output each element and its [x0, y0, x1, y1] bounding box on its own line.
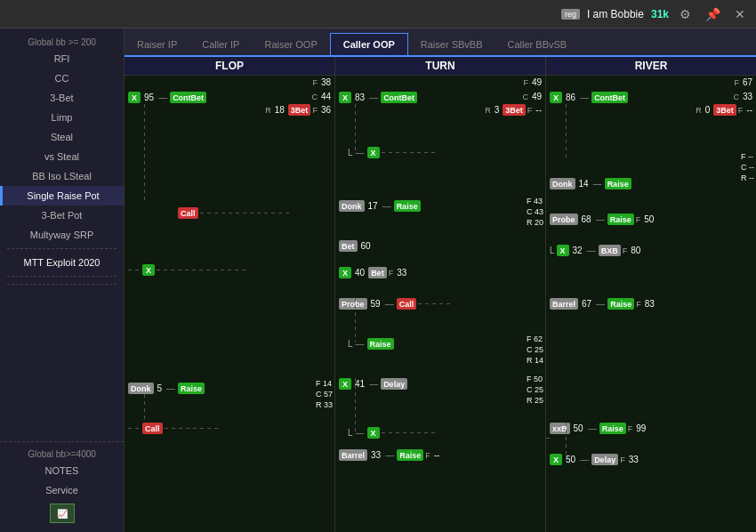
sidebar-item-srp[interactable]: Single Raise Pot	[0, 186, 124, 206]
hline-turn-x2	[382, 432, 435, 433]
river-x32-badge: X	[557, 245, 569, 256]
turn-x40-badge: X	[339, 267, 351, 278]
turn-fcr-raise: F 62 C 25 R 14	[527, 334, 543, 366]
flop-r-3bet-row: R 18 3Bet F 36	[265, 104, 333, 116]
call-badge-b: Call	[142, 423, 163, 434]
vline-donk	[144, 394, 145, 421]
turn-donk-row: Donk 17 — Raise	[339, 200, 421, 212]
river-vline-1	[566, 104, 567, 157]
hline-call-b2	[165, 428, 218, 429]
turn-barrel-row: Barrel 33 — Raise F --	[339, 449, 441, 461]
tab-caller-bbvsb[interactable]: Caller BBvSB	[495, 33, 580, 55]
river-body: F 67 X 86 — ContBet C 33	[546, 76, 756, 532]
tab-raiser-ip[interactable]: Raiser IP	[125, 33, 189, 55]
hline-call-b	[128, 428, 141, 429]
turn-l-x2: L — X	[348, 427, 435, 439]
turn-vline-1	[355, 104, 356, 153]
reg-badge: reg	[561, 9, 580, 20]
sidebar-item-mtt[interactable]: MTT Exploit 2020	[0, 253, 124, 272]
flop-header: FLOP	[125, 57, 334, 76]
river-c33: C 33	[733, 92, 754, 101]
pin-button[interactable]: 📌	[702, 5, 724, 23]
river-vline-2	[566, 423, 567, 458]
hline-probe	[418, 303, 454, 304]
turn-x40-bet: X 40 Bet F 33	[339, 267, 408, 278]
tab-raiser-oop[interactable]: Raiser OOP	[252, 33, 329, 55]
topbar: reg I am Bobbie 31k ⚙ 📌 ✕	[0, 0, 756, 28]
river-raise3-badge: Raise	[607, 298, 634, 310]
turn-barrel-badge: Barrel	[339, 449, 367, 461]
flop-body: F 38 X 95 — ContBet C 4	[125, 76, 334, 532]
call-badge: Call	[178, 207, 198, 219]
river-x-badge: X	[550, 92, 562, 103]
turn-x-badge: X	[339, 92, 351, 103]
turn-probe-row: Probe 59 — Call	[339, 298, 454, 310]
close-button[interactable]: ✕	[731, 5, 749, 23]
turn-x-l: X	[367, 147, 380, 158]
content-area: Raiser IP Caller IP Raiser OOP Caller OO…	[125, 28, 756, 532]
turn-3bet-badge: 3Bet	[503, 104, 526, 116]
donk-badge: Donk	[128, 383, 154, 394]
flop-column: FLOP F 38 X 95 — ContBet	[125, 57, 335, 532]
river-raise4-badge: Raise	[599, 423, 626, 434]
flop-c44: C 44	[311, 92, 333, 101]
sidebar: Global bb >= 200 RFI CC 3-Bet Limp Steal…	[0, 28, 125, 532]
river-column: RIVER F 67 X 86 — ContBet	[546, 57, 756, 532]
river-xxb-badge: xxB	[550, 423, 570, 434]
turn-raise2-badge: Raise	[367, 338, 394, 350]
tab-raiser-sbvbb[interactable]: Raiser SBvBB	[408, 33, 495, 55]
river-x32-bxb: L X 32 — BXB F 80	[550, 245, 642, 256]
global-4000: Global bb>=4000	[0, 446, 124, 461]
flop-fcr-donk: F 14 C 57 R 33	[316, 378, 333, 410]
flop-x-mid: X	[128, 264, 245, 276]
sidebar-bottom: Global bb>=4000 NOTES Service 📈	[0, 441, 124, 527]
river-hline-left	[546, 438, 550, 439]
river-bxb-badge: BXB	[599, 245, 621, 256]
gear-button[interactable]: ⚙	[676, 5, 695, 23]
hline-x2	[157, 270, 245, 270]
turn-raise3-badge: Raise	[397, 449, 423, 461]
river-xxb-row: xxB 50 — Raise F 99	[550, 423, 647, 434]
sidebar-item-vs-steal[interactable]: vs Steal	[0, 147, 124, 166]
x-badge-mid: X	[142, 264, 155, 276]
turn-bet-row: Bet 60	[339, 240, 373, 252]
sidebar-item-3bet-pot[interactable]: 3-Bet Pot	[0, 206, 124, 225]
river-donk-badge: Donk	[550, 178, 575, 189]
turn-c49: C 49	[522, 92, 543, 101]
sidebar-item-notes[interactable]: NOTES	[0, 461, 124, 480]
sidebar-item-mway[interactable]: Multyway SRP	[0, 225, 124, 245]
river-donk-row: Donk 14 — Raise	[550, 178, 631, 189]
river-probe-badge: Probe	[550, 214, 578, 225]
turn-column: TURN F 49 X 83 — ContBet	[335, 57, 546, 532]
turn-f49: F 49	[523, 77, 543, 87]
sidebar-item-bb-iso[interactable]: BB Iso LSteal	[0, 166, 124, 186]
turn-raise-badge: Raise	[394, 200, 421, 212]
global-label: Global bb >= 200	[0, 34, 124, 49]
turn-vline-3	[355, 378, 356, 431]
sidebar-item-service[interactable]: Service	[0, 480, 124, 500]
turn-x41-badge: X	[339, 378, 351, 390]
river-contbet-badge: ContBet	[591, 92, 628, 103]
turn-fcr-donk: F 43 C 43 R 20	[527, 196, 543, 228]
username: I am Bobbie	[587, 8, 644, 20]
divider-3	[7, 284, 117, 285]
flop-call-bottom: Call	[128, 423, 218, 434]
tab-caller-ip[interactable]: Caller IP	[189, 33, 252, 55]
turn-contbet-row: X 83 — ContBet	[339, 92, 417, 103]
turn-x41-delay: X 41 — Delay	[339, 378, 407, 390]
raise-badge: Raise	[178, 383, 205, 394]
sidebar-item-3bet[interactable]: 3-Bet	[0, 88, 124, 108]
hline-turn-x	[382, 152, 435, 153]
river-contbet-row: X 86 — ContBet	[550, 92, 628, 103]
sidebar-item-limp[interactable]: Limp	[0, 108, 124, 127]
sidebar-item-steal[interactable]: Steal	[0, 127, 124, 147]
sidebar-item-cc[interactable]: CC	[0, 69, 124, 88]
contbet-badge: ContBet	[170, 92, 206, 103]
turn-bet-badge: Bet	[339, 240, 358, 252]
river-r0-3bet: R 0 3Bet F --	[696, 104, 754, 116]
sidebar-item-rfi[interactable]: RFI	[0, 49, 124, 69]
river-3bet-badge: 3Bet	[713, 104, 736, 116]
chart-icon[interactable]: 📈	[50, 504, 75, 523]
vline-1	[144, 104, 145, 202]
tab-caller-oop[interactable]: Caller OOP	[330, 33, 408, 55]
